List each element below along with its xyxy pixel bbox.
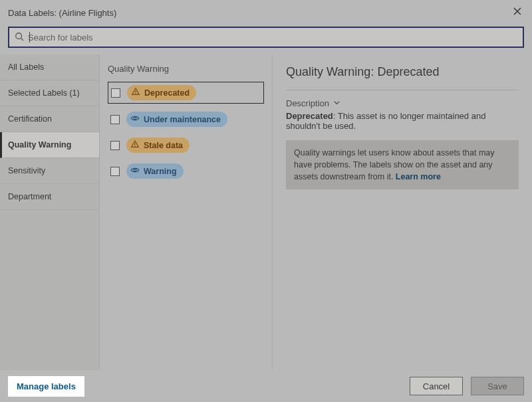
label-pill: Deprecated [127,85,196,100]
description-text: Deprecated: This asset is no longer main… [286,111,519,131]
checkbox[interactable] [111,88,120,98]
dialog-title: Data Labels: (Airline Flights) [8,8,116,18]
chevron-down-icon [333,98,340,108]
detail-title: Quality Warning: Deprecated [286,65,519,79]
close-icon[interactable] [511,6,524,19]
svg-point-6 [134,146,136,147]
info-text: Quality warnings let users know about as… [294,148,495,181]
svg-point-0 [16,33,22,39]
search-input[interactable] [8,27,524,48]
label-row-stale-data[interactable]: Stale data [108,135,264,155]
description-toggle[interactable]: Description [286,98,519,108]
label-text: Stale data [144,141,183,150]
cancel-button[interactable]: Cancel [410,377,463,395]
sidebar-item-selected-labels[interactable]: Selected Labels (1) [0,80,99,106]
learn-more-link[interactable]: Learn more [396,172,441,181]
svg-point-7 [134,169,136,171]
sidebar-item-certification[interactable]: Certification [0,106,99,132]
label-pill: Stale data [126,138,190,153]
separator [286,90,519,90]
label-pill: Warning [126,163,184,179]
label-text: Under maintenance [144,115,221,124]
checkbox[interactable] [110,115,120,124]
svg-line-1 [21,38,24,41]
search-field[interactable] [24,32,517,43]
sidebar-item-sensitivity[interactable]: Sensitivity [0,158,99,184]
sidebar-item-all-labels[interactable]: All Labels [0,54,99,80]
sidebar-item-quality-warning[interactable]: Quality Warning [0,132,99,158]
label-row-warning[interactable]: Warning [108,161,264,181]
sidebar-item-department[interactable]: Department [0,184,99,210]
eye-icon [130,165,140,177]
eye-icon [130,114,140,125]
label-text: Deprecated [144,88,190,98]
search-icon [15,32,24,43]
manage-labels-link[interactable]: Manage labels [8,376,84,397]
checkbox[interactable] [110,167,120,176]
category-sidebar: All Labels Selected Labels (1) Certifica… [0,54,100,370]
svg-point-4 [134,117,136,120]
svg-point-3 [135,93,136,94]
labels-list-heading: Quality Warning [108,64,264,74]
warning-triangle-icon [130,140,140,151]
description-label: Description [286,98,329,108]
label-text: Warning [144,167,177,176]
save-button[interactable]: Save [471,377,524,395]
label-row-under-maintenance[interactable]: Under maintenance [108,109,264,130]
label-pill: Under maintenance [126,112,227,127]
warning-triangle-icon [131,87,140,98]
label-row-deprecated[interactable]: Deprecated [108,82,264,104]
checkbox[interactable] [110,141,120,150]
info-box: Quality warnings let users know about as… [286,140,519,189]
